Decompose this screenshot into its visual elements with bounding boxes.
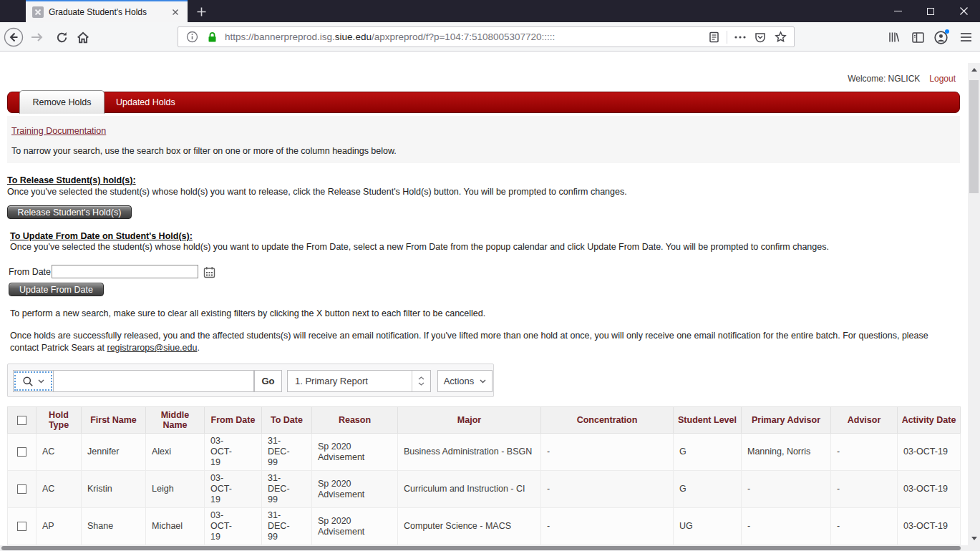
column-header-activity-date[interactable]: Activity Date	[898, 407, 961, 434]
column-header-advisor[interactable]: Advisor	[831, 407, 898, 434]
training-documentation-link[interactable]: Training Documentation	[11, 126, 106, 136]
release-holds-button[interactable]: Release Student's Hold(s)	[7, 205, 132, 219]
column-header-student-level[interactable]: Student Level	[674, 407, 742, 434]
welcome-text: Welcome: NGLICK	[848, 74, 920, 84]
horizontal-scrollbar-thumb[interactable]	[1, 546, 961, 550]
chevron-down-icon	[38, 379, 44, 384]
chevron-down-icon	[480, 379, 486, 384]
registrar-email-link[interactable]: registrarops@siue.edu	[107, 343, 197, 353]
sidebar-icon[interactable]	[908, 27, 928, 47]
from-date-label: From Date	[9, 267, 51, 277]
report-search-bar: Go 1. Primary Report Actions	[7, 364, 494, 397]
search-input[interactable]	[54, 370, 254, 392]
vertical-scrollbar-thumb[interactable]	[969, 80, 979, 193]
cell-primary-advisor: Manning, Norris	[742, 434, 831, 471]
scroll-down-icon[interactable]	[968, 533, 980, 544]
report-select-value: 1. Primary Report	[295, 376, 368, 386]
back-icon[interactable]	[4, 27, 24, 47]
column-header-concentration[interactable]: Concentration	[541, 407, 674, 434]
cell-first-name: Shane	[82, 508, 146, 545]
update-from-date-button[interactable]: Update From Date	[9, 283, 104, 296]
pocket-icon[interactable]	[753, 30, 767, 44]
account-icon[interactable]	[931, 27, 951, 47]
table-row: APShaneMichael03-OCT-1931-DEC-99Sp 2020 …	[8, 508, 961, 545]
reload-icon[interactable]	[52, 27, 72, 47]
forward-icon[interactable]	[27, 27, 47, 47]
scrollbar-corner	[968, 545, 980, 551]
column-header-major[interactable]: Major	[398, 407, 541, 434]
new-tab-icon[interactable]	[193, 4, 209, 19]
page-content: Welcome: NGLICKLogout Remove Holds Updat…	[0, 52, 968, 545]
release-heading: To Release Student(s) hold(s):	[7, 175, 136, 185]
close-icon[interactable]	[947, 0, 980, 22]
tab-remove-holds[interactable]: Remove Holds	[19, 90, 105, 114]
cell-hold-type: AP	[37, 508, 82, 545]
cell-to-date: 31-DEC-99	[262, 508, 312, 545]
browser-titlebar: Graduate Student's Holds	[0, 0, 980, 22]
table-row: ACKristinLeigh03-OCT-1931-DEC-99Sp 2020 …	[8, 471, 961, 508]
tab-title: Graduate Student's Holds	[49, 7, 165, 17]
tab-updated-holds[interactable]: Updated Holds	[105, 92, 187, 113]
menu-icon[interactable]	[956, 27, 976, 47]
vertical-scrollbar[interactable]	[968, 63, 980, 545]
cell-concentration: -	[541, 434, 674, 471]
cell-activity-date: 03-OCT-19	[898, 508, 961, 545]
report-spinner[interactable]	[412, 371, 430, 391]
maximize-icon[interactable]	[914, 0, 947, 22]
horizontal-scrollbar[interactable]	[0, 545, 968, 551]
reader-view-icon[interactable]	[707, 30, 721, 44]
actions-button[interactable]: Actions	[437, 370, 493, 392]
minimize-icon[interactable]	[881, 0, 914, 22]
search-icon	[22, 376, 34, 387]
column-header-to-date[interactable]: To Date	[262, 407, 312, 434]
info-region-background	[7, 116, 960, 163]
cell-major: Business Administration - BSGN	[398, 434, 541, 471]
calendar-icon[interactable]	[203, 265, 215, 278]
column-header-primary-advisor[interactable]: Primary Advisor	[742, 407, 831, 434]
column-header-hold-type[interactable]: Hold Type	[37, 407, 82, 434]
from-date-input[interactable]	[52, 265, 198, 278]
library-icon[interactable]	[884, 27, 904, 47]
browser-tab[interactable]: Graduate Student's Holds	[26, 0, 188, 22]
lock-icon[interactable]	[205, 30, 219, 44]
cell-to-date: 31-DEC-99	[262, 434, 312, 471]
release-instructions: Once you've selected the student(s) whos…	[7, 187, 627, 197]
welcome-bar: Welcome: NGLICKLogout	[848, 74, 956, 84]
page-actions-icon[interactable]	[733, 30, 747, 44]
bookmark-star-icon[interactable]	[773, 30, 787, 44]
search-options-button[interactable]	[13, 370, 54, 392]
home-icon[interactable]	[73, 27, 93, 47]
site-info-icon[interactable]	[185, 30, 199, 44]
cell-from-date: 03-OCT-19	[205, 508, 262, 545]
row-checkbox[interactable]	[17, 447, 26, 457]
cell-activity-date: 03-OCT-19	[898, 434, 961, 471]
cell-student-level: G	[674, 471, 742, 508]
row-checkbox[interactable]	[17, 522, 26, 531]
cell-middle-name: Alexi	[146, 434, 205, 471]
cell-primary-advisor: -	[742, 508, 831, 545]
scroll-up-icon[interactable]	[968, 64, 980, 75]
update-instructions: Once you've selected the student(s) whos…	[10, 242, 829, 252]
column-header-from-date[interactable]: From Date	[205, 407, 262, 434]
column-header-reason[interactable]: Reason	[312, 407, 398, 434]
column-header-first-name[interactable]: First Name	[82, 407, 146, 434]
url-bar[interactable]: https://bannerpreprod.isg.siue.edu/apxpr…	[178, 26, 795, 47]
cell-first-name: Kristin	[82, 471, 146, 508]
cell-first-name: Jennifer	[82, 434, 146, 471]
row-checkbox-cell	[8, 434, 37, 471]
cell-major: Computer Science - MACS	[398, 508, 541, 545]
window-controls	[881, 0, 980, 22]
notification-dot	[945, 29, 949, 34]
report-select[interactable]: 1. Primary Report	[287, 370, 431, 392]
table-row: ACJenniferAlexi03-OCT-1931-DEC-99Sp 2020…	[8, 434, 961, 471]
select-all-checkbox[interactable]	[17, 416, 26, 425]
cell-student-level: UG	[674, 508, 742, 545]
cell-major: Curriculum and Instruction - CI	[398, 471, 541, 508]
column-header-middle-name[interactable]: Middle Name	[146, 407, 205, 434]
browser-window: Graduate Student's Holds	[0, 0, 980, 551]
logout-link[interactable]: Logout	[929, 74, 956, 84]
tab-close-icon[interactable]	[170, 6, 181, 18]
go-button[interactable]: Go	[254, 370, 282, 392]
row-checkbox[interactable]	[17, 484, 26, 494]
cell-primary-advisor: -	[742, 471, 831, 508]
